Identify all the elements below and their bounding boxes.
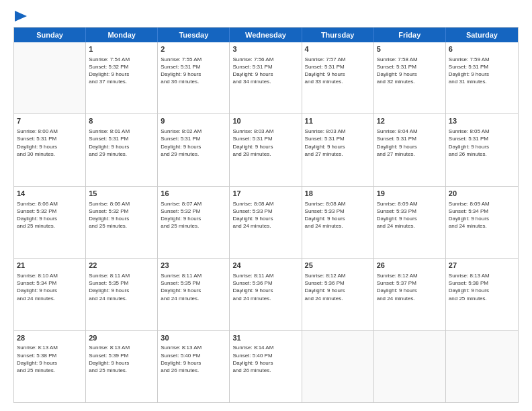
cell-line: Sunrise: 8:11 AM xyxy=(161,272,226,279)
cell-line: and 25 minutes. xyxy=(17,367,83,374)
cell-line: Sunrise: 8:08 AM xyxy=(232,200,298,208)
cell-line: Sunset: 5:31 PM xyxy=(161,63,226,71)
day-number: 13 xyxy=(449,116,515,126)
cell-line: Sunset: 5:31 PM xyxy=(305,135,371,142)
cell-line: Sunrise: 8:11 AM xyxy=(232,272,298,279)
cell-line: Sunset: 5:32 PM xyxy=(161,208,226,215)
day-number: 25 xyxy=(305,261,371,271)
day-number: 30 xyxy=(161,333,226,343)
cell-line: Sunrise: 8:14 AM xyxy=(232,344,298,351)
calendar-header: SundayMondayTuesdayWednesdayThursdayFrid… xyxy=(14,28,518,42)
cell-line: Daylight: 9 hours xyxy=(161,143,226,150)
cell-line: Sunset: 5:40 PM xyxy=(161,352,226,359)
day-number: 22 xyxy=(89,261,154,271)
day-number: 19 xyxy=(377,189,443,199)
cell-line: Sunset: 5:31 PM xyxy=(449,135,515,142)
cell-line: and 28 minutes. xyxy=(232,150,298,158)
day-number: 9 xyxy=(161,116,226,126)
cell-line: Sunset: 5:39 PM xyxy=(89,352,154,359)
cell-line: Daylight: 9 hours xyxy=(232,71,298,78)
cell-line: Sunset: 5:40 PM xyxy=(232,352,298,359)
day-number: 11 xyxy=(305,116,371,126)
calendar-header-tuesday: Tuesday xyxy=(158,28,230,42)
cell-line: Sunset: 5:31 PM xyxy=(89,135,154,142)
cell-line: and 30 minutes. xyxy=(17,150,83,158)
calendar-cell-day-5: 5Sunrise: 7:58 AMSunset: 5:31 PMDaylight… xyxy=(374,42,446,113)
day-number: 24 xyxy=(232,261,298,271)
calendar: SundayMondayTuesdayWednesdayThursdayFrid… xyxy=(13,27,519,403)
cell-line: Sunrise: 8:03 AM xyxy=(232,128,298,135)
day-number: 14 xyxy=(17,189,83,199)
calendar-header-thursday: Thursday xyxy=(302,28,374,42)
cell-line: and 32 minutes. xyxy=(377,78,443,85)
calendar-cell-day-17: 17Sunrise: 8:08 AMSunset: 5:33 PMDayligh… xyxy=(230,187,302,258)
calendar-cell-day-27: 27Sunrise: 8:13 AMSunset: 5:38 PMDayligh… xyxy=(446,259,518,330)
day-number: 3 xyxy=(232,44,298,54)
day-number: 6 xyxy=(449,44,515,54)
day-number: 4 xyxy=(305,44,371,54)
day-number: 1 xyxy=(89,44,154,54)
day-number: 29 xyxy=(89,333,154,343)
cell-line: Daylight: 9 hours xyxy=(17,287,83,294)
cell-line: Daylight: 9 hours xyxy=(449,71,515,78)
cell-line: and 25 minutes. xyxy=(161,222,226,230)
cell-line: Sunrise: 8:11 AM xyxy=(89,272,154,279)
cell-line: and 26 minutes. xyxy=(449,150,515,158)
cell-line: Sunset: 5:37 PM xyxy=(377,279,443,287)
cell-line: and 24 minutes. xyxy=(17,295,83,302)
calendar-cell-day-31: 31Sunrise: 8:14 AMSunset: 5:40 PMDayligh… xyxy=(230,331,302,402)
calendar-cell-day-4: 4Sunrise: 7:57 AMSunset: 5:31 PMDaylight… xyxy=(302,42,374,113)
cell-line: Sunset: 5:38 PM xyxy=(17,352,83,359)
cell-line: Daylight: 9 hours xyxy=(161,71,226,78)
svg-marker-0 xyxy=(15,11,27,21)
cell-line: Daylight: 9 hours xyxy=(89,71,154,78)
cell-line: and 26 minutes. xyxy=(232,367,298,374)
calendar-cell-day-11: 11Sunrise: 8:03 AMSunset: 5:31 PMDayligh… xyxy=(302,114,374,185)
cell-line: Sunset: 5:32 PM xyxy=(17,208,83,215)
calendar-week-1: 1Sunrise: 7:54 AMSunset: 5:32 PMDaylight… xyxy=(14,42,518,114)
calendar-cell-day-12: 12Sunrise: 8:04 AMSunset: 5:31 PMDayligh… xyxy=(374,114,446,185)
calendar-cell-day-18: 18Sunrise: 8:08 AMSunset: 5:33 PMDayligh… xyxy=(302,187,374,258)
day-number: 18 xyxy=(305,189,371,199)
cell-line: Sunrise: 8:13 AM xyxy=(17,344,83,351)
cell-line: Sunrise: 7:54 AM xyxy=(89,56,154,63)
cell-line: Sunrise: 8:08 AM xyxy=(305,200,371,208)
header xyxy=(13,12,519,20)
cell-line: Daylight: 9 hours xyxy=(377,71,443,78)
cell-line: Daylight: 9 hours xyxy=(161,215,226,222)
cell-line: Sunrise: 8:06 AM xyxy=(89,200,154,208)
cell-line: Daylight: 9 hours xyxy=(232,359,298,367)
day-number: 7 xyxy=(17,116,83,126)
cell-line: Sunrise: 8:13 AM xyxy=(161,344,226,351)
cell-line: Sunset: 5:31 PM xyxy=(232,63,298,71)
cell-line: and 24 minutes. xyxy=(377,295,443,302)
cell-line: Sunset: 5:34 PM xyxy=(449,208,515,215)
cell-line: and 24 minutes. xyxy=(305,222,371,230)
cell-line: and 25 minutes. xyxy=(17,222,83,230)
cell-line: Daylight: 9 hours xyxy=(161,287,226,294)
cell-line: and 26 minutes. xyxy=(161,367,226,374)
calendar-cell-empty xyxy=(374,331,446,402)
cell-line: and 31 minutes. xyxy=(449,78,515,85)
calendar-cell-day-3: 3Sunrise: 7:56 AMSunset: 5:31 PMDaylight… xyxy=(230,42,302,113)
cell-line: Sunrise: 8:03 AM xyxy=(305,128,371,135)
cell-line: Sunset: 5:31 PM xyxy=(17,135,83,142)
cell-line: Sunrise: 7:55 AM xyxy=(161,56,226,63)
day-number: 5 xyxy=(377,44,443,54)
cell-line: and 24 minutes. xyxy=(161,295,226,302)
day-number: 31 xyxy=(232,333,298,343)
cell-line: and 27 minutes. xyxy=(377,150,443,158)
cell-line: and 25 minutes. xyxy=(89,222,154,230)
cell-line: and 24 minutes. xyxy=(232,295,298,302)
cell-line: Sunrise: 8:09 AM xyxy=(377,200,443,208)
cell-line: Sunset: 5:31 PM xyxy=(305,63,371,71)
calendar-cell-day-29: 29Sunrise: 8:13 AMSunset: 5:39 PMDayligh… xyxy=(86,331,158,402)
cell-line: Sunset: 5:31 PM xyxy=(377,135,443,142)
cell-line: Sunrise: 8:05 AM xyxy=(449,128,515,135)
cell-line: Sunrise: 8:04 AM xyxy=(377,128,443,135)
cell-line: Daylight: 9 hours xyxy=(17,143,83,150)
cell-line: and 25 minutes. xyxy=(89,367,154,374)
cell-line: Sunrise: 8:12 AM xyxy=(377,272,443,279)
cell-line: Daylight: 9 hours xyxy=(305,287,371,294)
day-number: 12 xyxy=(377,116,443,126)
